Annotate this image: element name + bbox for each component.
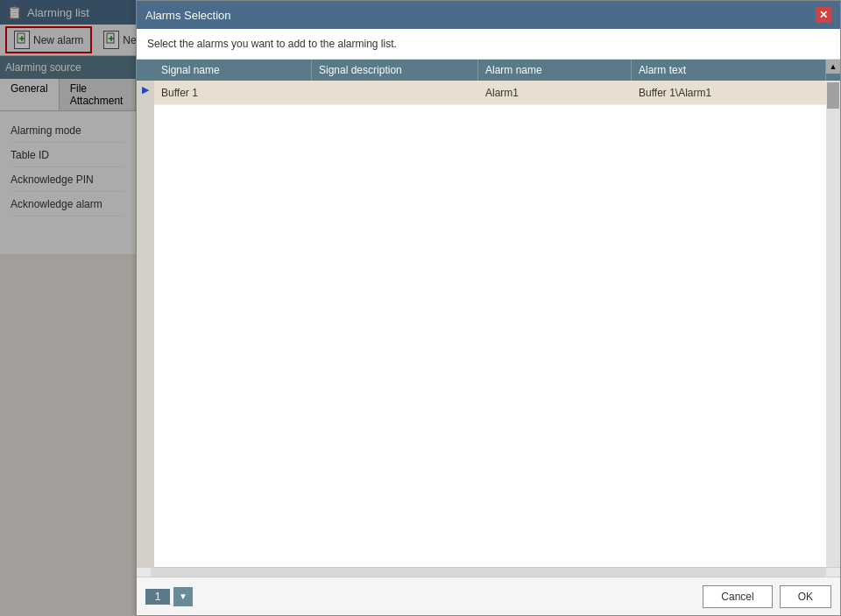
ok-button[interactable]: OK [780, 585, 831, 608]
page-number: 1 [145, 589, 170, 605]
bottom-scrollbar-row [137, 567, 840, 577]
table-header-row: Signal name Signal description Alarm nam… [137, 60, 840, 81]
pagination-area: 1 ▼ [145, 587, 696, 606]
table-headers: Signal name Signal description Alarm nam… [154, 60, 826, 81]
col-header-alarm-text: Alarm text [632, 60, 826, 81]
modal-overlay: Alarms Selection ✕ Select the alarms you… [0, 0, 841, 616]
cell-alarm-text: Buffer 1\Alarm1 [632, 83, 826, 103]
cell-signal-desc [312, 89, 478, 96]
cell-signal-name: Buffer 1 [154, 83, 312, 103]
modal-title: Alarms Selection [145, 9, 231, 22]
table-row[interactable]: Buffer 1 Alarm1 Buffer 1\Alarm1 [154, 81, 826, 105]
table-body-container: ▶ Buffer 1 Alarm1 Buffer 1\Alarm1 [137, 81, 840, 567]
scrollbar-track [826, 81, 840, 567]
scrollbar-thumb[interactable] [827, 82, 839, 109]
col-header-alarm-name: Alarm name [478, 60, 632, 81]
col-header-signal-name: Signal name [154, 60, 312, 81]
scrollbar-up-arrow[interactable]: ▲ [826, 60, 840, 74]
col-header-signal-desc: Signal description [312, 60, 478, 81]
modal-titlebar: Alarms Selection ✕ [137, 1, 840, 29]
cell-alarm-name: Alarm1 [478, 83, 632, 103]
modal-footer: 1 ▼ Cancel OK [137, 577, 840, 615]
modal-close-button[interactable]: ✕ [816, 7, 831, 23]
row-arrow-col: ▶ [137, 81, 154, 567]
alarms-selection-modal: Alarms Selection ✕ Select the alarms you… [136, 0, 841, 616]
page-scroll-down[interactable]: ▼ [173, 587, 193, 606]
table-body[interactable]: Buffer 1 Alarm1 Buffer 1\Alarm1 [154, 81, 826, 567]
row-arrow-indicator: ▶ [142, 84, 149, 96]
modal-description: Select the alarms you want to add to the… [137, 29, 840, 60]
cancel-button[interactable]: Cancel [703, 585, 772, 608]
